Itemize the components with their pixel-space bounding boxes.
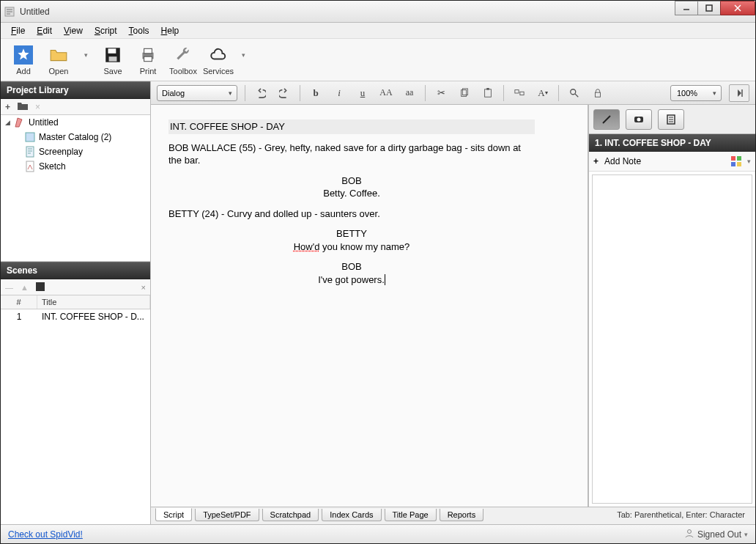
add-note-button[interactable]: +: [593, 156, 598, 166]
editor-column: Dialog b i u AA aa ✂ A▾: [151, 81, 755, 524]
text-style-button[interactable]: A▾: [535, 85, 551, 101]
italic-button[interactable]: i: [331, 85, 347, 101]
menu-help[interactable]: Help: [155, 24, 185, 37]
chevron-down-icon[interactable]: ▾: [747, 158, 751, 165]
action-block[interactable]: BETTY (24) - Curvy and dolled up - saunt…: [168, 207, 535, 221]
app-icon: [4, 6, 15, 18]
bold-button[interactable]: b: [308, 85, 324, 101]
menu-script[interactable]: Script: [89, 24, 123, 37]
svg-point-30: [687, 530, 691, 534]
lock-button[interactable]: [590, 85, 606, 101]
promo-link[interactable]: Check out SpidVid!: [8, 529, 83, 540]
element-type-dropdown[interactable]: Dialog: [157, 85, 237, 101]
tab-title-page[interactable]: Title Page: [385, 509, 437, 521]
scenes-toolbar: — ▲ ×: [1, 279, 150, 295]
user-icon: [684, 528, 694, 540]
tab-index-cards[interactable]: Index Cards: [322, 509, 381, 521]
close-panel-icon[interactable]: ×: [141, 283, 146, 292]
notes-area[interactable]: [592, 174, 752, 504]
toolbox-button[interactable]: Toolbox: [168, 45, 199, 76]
project-tree: ◢ Untitled Master Catalog (2) Screenplay…: [1, 115, 150, 262]
action-block[interactable]: BOB WALLACE (55) - Grey, hefty, naked sa…: [168, 141, 535, 167]
folder-icon[interactable]: [18, 101, 28, 112]
tree-item-sketch[interactable]: Sketch: [1, 159, 150, 174]
svg-rect-12: [26, 161, 34, 172]
dialog-block[interactable]: Betty. Coffee.: [168, 187, 535, 200]
menu-tools[interactable]: Tools: [123, 24, 155, 37]
sketch-icon: [24, 161, 36, 172]
save-icon: [103, 45, 123, 65]
sort-none-icon[interactable]: —: [5, 283, 13, 292]
svg-rect-9: [144, 56, 152, 62]
main-area: Project Library + × ◢ Untitled Master Ca…: [1, 81, 755, 524]
disclosure-triangle-icon[interactable]: ◢: [4, 119, 11, 126]
underline-button[interactable]: u: [355, 85, 371, 101]
open-button[interactable]: Open: [43, 45, 74, 76]
scene-row[interactable]: 1 INT. COFFEE SHOP - D...: [1, 309, 150, 324]
save-button[interactable]: Save: [97, 45, 128, 76]
zoom-dropdown[interactable]: 100%: [670, 85, 722, 101]
tab-reports[interactable]: Reports: [440, 509, 484, 521]
copy-button[interactable]: [456, 85, 472, 101]
maximize-button[interactable]: [697, 1, 721, 15]
scene-heading[interactable]: INT. COFFEE SHOP - DAY: [168, 120, 535, 134]
character-cue[interactable]: BOB: [168, 260, 535, 273]
add-item-button[interactable]: +: [5, 102, 10, 112]
open-dropdown[interactable]: ▾: [78, 45, 93, 76]
paste-button[interactable]: [480, 85, 496, 101]
svg-rect-10: [26, 133, 34, 141]
print-icon: [138, 45, 158, 65]
dialog-block[interactable]: How'd you know my name?: [168, 240, 535, 254]
scenes-table-head: # Title: [1, 295, 150, 309]
screenplay-icon: [24, 146, 36, 158]
close-button[interactable]: [720, 1, 755, 15]
menu-view[interactable]: View: [58, 24, 89, 37]
minimize-button[interactable]: [675, 1, 698, 15]
chevron-down-icon[interactable]: ▾: [744, 531, 748, 538]
media-tab[interactable]: [626, 109, 652, 130]
note-color-picker[interactable]: [731, 156, 741, 166]
script-page[interactable]: INT. COFFEE SHOP - DAY BOB WALLACE (55) …: [151, 105, 588, 507]
find-button[interactable]: [566, 85, 582, 101]
tree-item-screenplay[interactable]: Screenplay: [1, 144, 150, 159]
col-number[interactable]: #: [1, 295, 37, 309]
cut-button[interactable]: ✂: [433, 85, 449, 101]
menu-edit[interactable]: Edit: [31, 24, 58, 37]
tab-script[interactable]: Script: [155, 508, 192, 521]
keyboard-hint: Tab: Parenthetical, Enter: Character: [611, 509, 751, 521]
dialog-block[interactable]: I've got powers.: [168, 273, 535, 287]
col-title[interactable]: Title: [37, 295, 150, 309]
status-bar: Check out SpidVid! Signed Out ▾: [1, 524, 755, 543]
scenes-table: # Title 1 INT. COFFEE SHOP - D...: [1, 295, 150, 524]
tree-item-master-catalog[interactable]: Master Catalog (2): [1, 130, 150, 144]
toggle-right-panel-button[interactable]: [729, 84, 749, 102]
lowercase-button[interactable]: aa: [401, 85, 418, 101]
svg-rect-5: [108, 48, 116, 54]
services-button[interactable]: Services: [203, 45, 234, 76]
uppercase-button[interactable]: AA: [378, 85, 394, 101]
svg-line-21: [575, 93, 578, 96]
tab-scratchpad[interactable]: Scratchpad: [262, 509, 319, 521]
sign-in-status[interactable]: Signed Out: [697, 529, 741, 540]
folder-icon: [48, 45, 69, 65]
menu-file[interactable]: File: [5, 24, 31, 37]
tree-root[interactable]: ◢ Untitled: [1, 115, 150, 130]
sort-up-icon[interactable]: ▲: [21, 283, 29, 292]
undo-button[interactable]: [253, 85, 269, 101]
notes-tab[interactable]: [593, 109, 620, 130]
services-dropdown[interactable]: ▾: [238, 45, 248, 76]
menu-bar: File Edit View Script Tools Help: [1, 23, 755, 39]
remove-item-button[interactable]: ×: [35, 102, 40, 112]
character-cue[interactable]: BETTY: [168, 227, 535, 240]
print-button[interactable]: Print: [133, 45, 163, 76]
app-window: Untitled File Edit View Script Tools Hel…: [0, 0, 756, 544]
redo-button[interactable]: [276, 85, 292, 101]
add-button[interactable]: Add: [8, 45, 39, 76]
tab-typeset[interactable]: TypeSet/PDF: [195, 509, 259, 521]
breakdown-tab[interactable]: [658, 109, 684, 130]
scene-color-icon[interactable]: [36, 282, 45, 293]
dual-dialog-button[interactable]: [511, 85, 527, 101]
add-note-label[interactable]: Add Note: [604, 156, 641, 166]
character-cue[interactable]: BOB: [168, 174, 535, 188]
wrench-icon: [173, 45, 193, 65]
